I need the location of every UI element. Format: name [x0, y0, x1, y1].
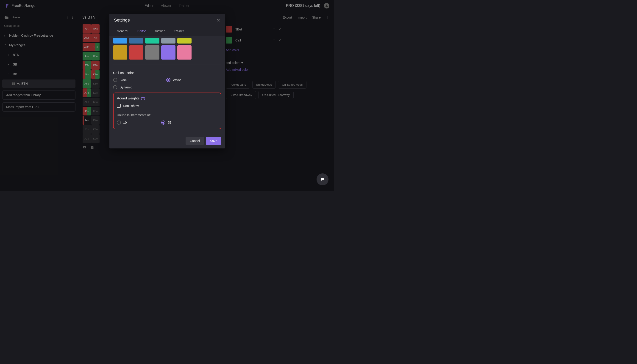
- settings-modal: Settings ✕ General Editor Viewer Trainer…: [109, 14, 225, 148]
- color-swatch[interactable]: [129, 38, 143, 44]
- round-weights-title: Round weights (?): [117, 96, 218, 100]
- modal-tab-trainer[interactable]: Trainer: [169, 26, 188, 36]
- radio-label: 10: [123, 121, 127, 124]
- cancel-button[interactable]: Cancel: [185, 137, 204, 145]
- dont-show-checkbox[interactable]: Don't show: [117, 104, 218, 108]
- cell-text-radio-group: Black Dynamic White: [113, 78, 221, 89]
- save-button[interactable]: Save: [206, 137, 221, 145]
- round-weights-section: Round weights (?) Don't show Round in in…: [113, 92, 221, 129]
- radio-25[interactable]: 25: [161, 120, 171, 124]
- radio-icon: [161, 120, 165, 124]
- radio-label: 25: [168, 121, 171, 124]
- color-swatch[interactable]: [113, 38, 127, 44]
- color-swatch[interactable]: [145, 38, 159, 44]
- round-increments-label: Round in increments of:: [117, 113, 218, 117]
- modal-title: Settings: [114, 18, 130, 23]
- color-row-2: [113, 45, 221, 60]
- modal-tab-viewer[interactable]: Viewer: [150, 26, 169, 36]
- modal-tab-general[interactable]: General: [112, 26, 133, 36]
- checkbox-icon: [117, 104, 121, 108]
- modal-body: Cell text color Black Dynamic White: [109, 38, 225, 133]
- radio-label: Black: [119, 78, 127, 82]
- color-swatch[interactable]: [129, 45, 143, 60]
- color-row-1: [113, 38, 221, 44]
- modal-tab-editor[interactable]: Editor: [133, 26, 150, 36]
- radio-black[interactable]: Black: [113, 78, 132, 82]
- color-swatch[interactable]: [177, 38, 191, 44]
- color-swatch[interactable]: [161, 38, 175, 44]
- radio-dynamic[interactable]: Dynamic: [113, 85, 132, 89]
- help-link[interactable]: (?): [141, 96, 145, 100]
- checkbox-label: Don't show: [123, 104, 139, 108]
- divider: [113, 64, 221, 65]
- radio-label: Dynamic: [119, 86, 132, 89]
- modal-footer: Cancel Save: [109, 133, 225, 148]
- radio-icon: [113, 85, 117, 89]
- modal-header: Settings ✕: [109, 14, 225, 26]
- close-icon[interactable]: ✕: [217, 18, 221, 23]
- radio-10[interactable]: 10: [117, 120, 127, 124]
- cell-text-color-title: Cell text color: [113, 71, 221, 75]
- color-swatch[interactable]: [145, 45, 159, 60]
- color-swatch[interactable]: [161, 45, 175, 60]
- radio-label: White: [173, 78, 181, 82]
- modal-tabs: General Editor Viewer Trainer: [109, 26, 225, 36]
- radio-white[interactable]: White: [166, 78, 181, 82]
- color-swatch[interactable]: [113, 45, 127, 60]
- chat-icon[interactable]: [317, 174, 328, 185]
- increment-radio-group: 10 25: [117, 120, 218, 124]
- color-swatch[interactable]: [177, 45, 191, 60]
- radio-icon: [117, 120, 121, 124]
- radio-icon: [113, 78, 117, 82]
- radio-icon: [166, 78, 170, 82]
